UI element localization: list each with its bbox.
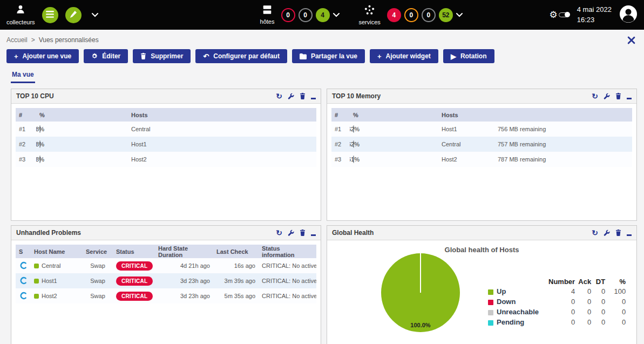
duration-cell: 4d 21h ago [155,258,213,273]
duration-cell: 3d 23h ago [155,288,213,303]
widget-body: # % Hosts #1 62% Host1 756 MB remaining … [327,104,636,220]
host-name-link[interactable]: Host2 [128,152,316,167]
service-link[interactable]: Swap [83,288,113,303]
host-name-link[interactable]: Central [128,122,316,137]
widget-header: Global Health ↻ [327,226,636,240]
hosts-status-group: hôtes 0 0 4 [260,5,340,25]
tab-ma-vue[interactable]: Ma vue [11,69,35,83]
status-badge: CRITICAL [116,261,153,271]
host-name-link[interactable]: Host2 [438,152,494,167]
hosts-chevron-down-icon[interactable] [333,13,340,17]
host-status-icon [34,264,39,268]
host-name-link[interactable]: Host2 [42,293,57,299]
services-unknown-counter[interactable]: 0 [422,8,436,22]
hosts-unreachable-counter[interactable]: 0 [299,8,313,22]
minimize-icon[interactable] [311,234,316,236]
host-name-link[interactable]: Host1 [128,137,316,152]
down-swatch-icon [488,300,493,305]
wrench-icon[interactable] [604,93,610,99]
poller-list-button[interactable] [42,7,58,23]
service-link[interactable]: Swap [83,258,113,273]
service-link[interactable]: Swap [83,273,113,288]
add-widget-button[interactable]: + Ajouter widget [370,49,438,63]
button-label: Supprimer [151,52,183,60]
delete-view-button[interactable]: Supprimer [133,49,191,63]
wrench-icon[interactable] [604,230,610,236]
column-header-percent: % [350,108,438,122]
services-critical-counter[interactable]: 4 [387,8,401,22]
wrench-icon[interactable] [288,230,294,236]
rotation-button[interactable]: ▶ Rotation [443,49,494,63]
services-warning-counter[interactable]: 0 [404,8,418,22]
status-cell: CRITICAL [113,258,155,273]
problem-row: Central Swap CRITICAL 4d 21h ago 16s ago… [16,258,316,273]
clock: 4 mai 2022 16:23 [577,5,612,24]
host-name-link[interactable]: Host1 [438,122,494,137]
health-legend: Number Ack DT % Up 4 0 0 100 Down 0 0 0 [487,277,627,327]
button-label: Ajouter widget [386,52,431,60]
column-header-hosts: Hosts [438,108,494,122]
legend-ack: 0 [576,317,592,327]
centreon-logo-icon [19,276,28,285]
minimize-icon[interactable] [311,98,316,99]
status-cell: CRITICAL [113,273,155,288]
breadcrumb-home-link[interactable]: Accueil [6,36,28,44]
undo-icon: ↶ [203,53,209,60]
hosts-up-counter[interactable]: 4 [316,8,330,22]
refresh-icon[interactable]: ↻ [592,229,598,237]
refresh-icon[interactable]: ↻ [276,229,282,237]
hosts-down-counter[interactable]: 0 [281,8,295,22]
widget-title: Unhandled Problems [16,229,81,237]
remaining-cell: 756 MB remaining [494,122,632,137]
add-view-button[interactable]: + Ajouter une vue [6,49,79,63]
trash-icon[interactable] [615,93,621,99]
settings-toggle[interactable]: ⚙ [549,10,569,19]
widget-header: TOP 10 Memory ↻ [327,89,636,104]
trash-icon[interactable] [615,230,621,236]
pollers-menu[interactable]: collecteurs [6,4,35,25]
wrench-icon[interactable] [288,93,294,99]
pollers-chevron-down-icon[interactable] [92,13,98,17]
host-name-link[interactable]: Host1 [42,278,57,284]
column-header-rank: # [331,108,350,122]
legend-dt: 0 [592,296,606,307]
legend-header-pct: % [606,277,627,286]
trash-icon[interactable] [300,230,306,236]
status-info-cell: CRITICAL: No active swap [259,288,316,303]
refresh-icon[interactable]: ↻ [592,92,598,100]
services-chevron-down-icon[interactable] [456,13,463,17]
trash-icon[interactable] [300,93,306,99]
host-name-link[interactable]: Central [42,262,60,269]
chart-title: Global health of Hosts [331,246,632,254]
legend-row: Unreachable 0 0 0 0 [487,307,627,317]
set-default-button[interactable]: ↶ Configurer par défaut [195,49,287,63]
user-avatar[interactable] [619,5,638,25]
cpu-usage-bar: 8% [39,156,40,163]
services-label: services [359,19,381,25]
edit-view-button[interactable]: Éditer [84,49,128,63]
refresh-icon[interactable]: ↻ [276,92,282,100]
hosts-health-pie-chart: 100.0% [381,253,460,332]
hosts-menu[interactable]: hôtes [260,5,275,25]
last-check-cell: 16s ago [213,258,259,273]
host-status-icon [34,294,39,299]
host-name-link[interactable]: Central [438,137,494,152]
share-view-button[interactable]: Partager la vue [292,49,365,63]
services-menu[interactable]: services [359,5,381,25]
widget-top-10-cpu: TOP 10 CPU ↻ # % Hosts #1 8% [11,89,321,221]
minimize-icon[interactable] [627,234,632,236]
cpu-table: # % Hosts #1 8% Central #2 8% Host1 [16,108,316,167]
poller-configuration-button[interactable] [65,7,82,23]
services-ok-counter[interactable]: 52 [439,8,453,22]
column-header-empty [494,108,632,122]
page-config-tools-icon[interactable] [626,35,636,47]
legend-header-ack: Ack [576,277,592,286]
column-header-service: Service [83,245,113,258]
plus-icon: + [377,53,382,60]
host-cell: Host1 [31,273,83,288]
button-label: Configurer par défaut [213,52,280,60]
legend-label: Up [497,287,506,295]
state-cell [16,258,31,273]
minimize-icon[interactable] [627,98,632,99]
legend-header-dt: DT [592,277,606,286]
